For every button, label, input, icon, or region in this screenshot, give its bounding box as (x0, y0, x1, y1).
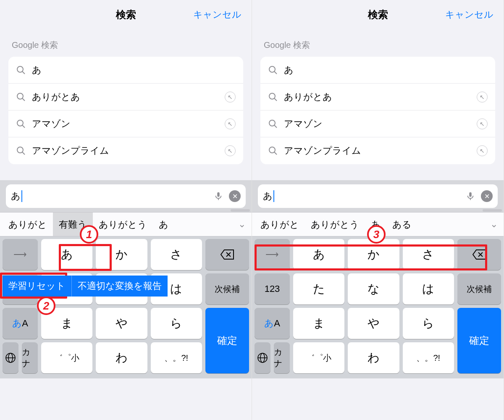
key-dakuten[interactable]: ゛゜小 (41, 342, 92, 373)
svg-line-16 (274, 71, 277, 74)
key-backspace[interactable] (457, 239, 501, 270)
key-punct[interactable]: 、。?! (151, 342, 202, 373)
candidate-bar: ありがと ありがとう あ ある ⌄ (252, 212, 504, 236)
fill-arrow-icon[interactable]: ↖ (477, 92, 488, 102)
keyboard-handle-icon[interactable] (483, 209, 502, 212)
search-header: 検索 キャンセル (0, 0, 252, 29)
menu-report-conversion[interactable]: 不適切な変換を報告 (72, 276, 168, 297)
expand-candidates-icon[interactable]: ⌄ (235, 219, 249, 230)
clear-input-icon[interactable]: ✕ (481, 190, 493, 202)
key-globe[interactable] (3, 342, 18, 373)
key-mode-switch[interactable]: あA (255, 308, 290, 339)
key-ta[interactable]: た (293, 273, 344, 304)
kana-keyboard: ⟶ あ か さ 123 た な は 次候補 あA ま や ら (252, 236, 504, 378)
key-ha[interactable]: は (403, 273, 454, 304)
key-ma[interactable]: ま (293, 308, 344, 339)
key-a[interactable]: あ (41, 239, 92, 270)
suggestion-row[interactable]: ありがとあ ↖ (260, 84, 495, 110)
key-sa[interactable]: さ (403, 239, 454, 270)
suggestion-row[interactable]: あ (8, 57, 243, 84)
candidate-item[interactable]: あ (153, 213, 174, 236)
suggestion-row[interactable]: アマゾン ↖ (260, 110, 495, 137)
key-next-candidate[interactable]: 次候補 (457, 273, 501, 304)
key-ka[interactable]: か (348, 239, 399, 270)
menu-reset-learning[interactable]: 学習リセット (3, 276, 72, 297)
fill-arrow-icon[interactable]: ↖ (477, 118, 488, 129)
candidate-item-selected[interactable]: 有難う (53, 213, 93, 236)
expand-candidates-icon[interactable]: ⌄ (487, 219, 501, 230)
candidate-bar: ありがと 有難う ありがとう あ ⌄ (0, 212, 252, 236)
key-ra[interactable]: ら (403, 308, 454, 339)
key-ra[interactable]: ら (151, 308, 202, 339)
key-globe[interactable] (255, 342, 270, 373)
key-ka[interactable]: か (96, 239, 147, 270)
candidate-item[interactable]: あ (365, 213, 386, 236)
microphone-icon[interactable] (466, 192, 475, 201)
search-input[interactable]: あ ✕ (6, 184, 246, 208)
suggestion-row[interactable]: アマゾン ↖ (8, 110, 243, 137)
google-search-label: Google 検索 (0, 29, 252, 57)
key-ya[interactable]: や (96, 308, 147, 339)
search-icon (268, 92, 278, 102)
key-wa[interactable]: わ (348, 342, 399, 373)
key-backspace[interactable] (205, 239, 249, 270)
key-ma[interactable]: ま (41, 308, 92, 339)
suggestion-row[interactable]: ありがとあ ↖ (8, 84, 243, 110)
key-next-candidate[interactable]: 次候補 (205, 273, 249, 304)
key-kana[interactable]: カナ (274, 342, 290, 373)
suggestion-row[interactable]: アマゾンプライム ↖ (260, 137, 495, 164)
svg-point-21 (269, 147, 275, 153)
key-a[interactable]: あ (293, 239, 344, 270)
key-confirm[interactable]: 確定 (457, 308, 501, 373)
cancel-button[interactable]: キャンセル (445, 8, 494, 21)
key-dakuten[interactable]: ゛゜小 (293, 342, 344, 373)
cancel-button[interactable]: キャンセル (193, 8, 242, 21)
text-cursor (273, 190, 274, 202)
suggestion-text: ありがとあ (284, 91, 477, 103)
suggestion-row[interactable]: アマゾンプライム ↖ (8, 137, 243, 164)
search-input-value: あ (263, 190, 273, 202)
svg-rect-8 (217, 192, 220, 197)
suggestion-text: あ (32, 64, 236, 76)
key-punct[interactable]: 、。?! (403, 342, 454, 373)
keyboard-handle-icon[interactable] (231, 209, 250, 212)
candidate-item[interactable]: ある (386, 213, 417, 236)
key-sa[interactable]: さ (151, 239, 202, 270)
key-arrow[interactable]: ⟶ (255, 239, 290, 270)
key-wa[interactable]: わ (96, 342, 147, 373)
suggestion-row[interactable]: あ (260, 57, 495, 84)
key-confirm[interactable]: 確定 (205, 308, 249, 373)
search-header: 検索 キャンセル (252, 0, 504, 29)
candidate-item[interactable]: ありがと (255, 213, 305, 236)
suggestion-text: アマゾン (284, 118, 477, 130)
key-arrow[interactable]: ⟶ (3, 239, 38, 270)
phone-left: 検索 キャンセル Google 検索 あ ありがとあ ↖ アマゾン ↖ アマゾン… (0, 0, 252, 420)
search-input[interactable]: あ ✕ (258, 184, 498, 208)
svg-point-4 (17, 120, 23, 126)
key-kana[interactable]: カナ (22, 342, 38, 373)
fill-arrow-icon[interactable]: ↖ (225, 145, 236, 156)
kana-keyboard: ⟶ あ か さ 123 た な は 次候補 あA ま や ら (0, 236, 252, 378)
clear-input-icon[interactable]: ✕ (229, 190, 241, 202)
key-123[interactable]: 123 (255, 273, 290, 304)
globe-icon (5, 352, 16, 363)
svg-line-7 (22, 152, 25, 155)
fill-arrow-icon[interactable]: ↖ (225, 118, 236, 129)
svg-rect-23 (469, 192, 472, 197)
key-na[interactable]: な (348, 273, 399, 304)
header-title: 検索 (368, 8, 388, 21)
search-input-value: あ (11, 190, 21, 202)
key-ya[interactable]: や (348, 308, 399, 339)
search-icon (268, 146, 278, 156)
suggestion-list: あ ありがとあ ↖ アマゾン ↖ アマゾンプライム ↖ (260, 57, 495, 164)
candidate-item[interactable]: ありがと (3, 213, 53, 236)
fill-arrow-icon[interactable]: ↖ (477, 145, 488, 156)
key-mode-switch[interactable]: あA (3, 308, 38, 339)
svg-line-18 (274, 98, 277, 101)
microphone-icon[interactable] (214, 192, 223, 201)
candidate-item[interactable]: ありがとう (305, 213, 365, 236)
candidate-item[interactable]: ありがとう (93, 213, 153, 236)
fill-arrow-icon[interactable]: ↖ (225, 92, 236, 102)
svg-point-0 (17, 66, 23, 72)
search-icon (16, 146, 26, 156)
